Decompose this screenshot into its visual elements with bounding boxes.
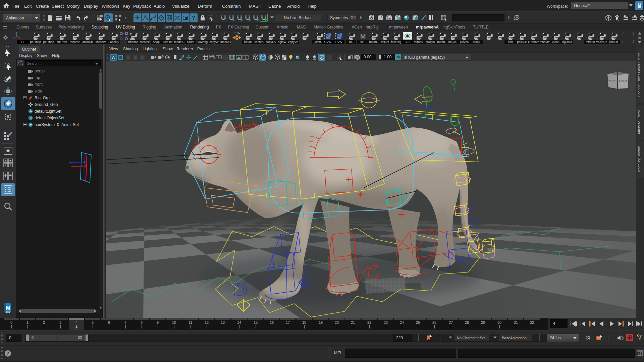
svg-text:AYA: AYA bbox=[5, 311, 10, 313]
svg-text:T: T bbox=[245, 56, 247, 59]
svg-text:M: M bbox=[360, 33, 366, 40]
svg-text:{;}: {;} bbox=[638, 352, 641, 355]
svg-text:B: B bbox=[162, 55, 164, 57]
svg-text:IPR: IPR bbox=[387, 18, 391, 20]
svg-text:?: ? bbox=[192, 15, 195, 21]
svg-text:A: A bbox=[112, 55, 115, 60]
svg-text:M: M bbox=[6, 305, 10, 311]
